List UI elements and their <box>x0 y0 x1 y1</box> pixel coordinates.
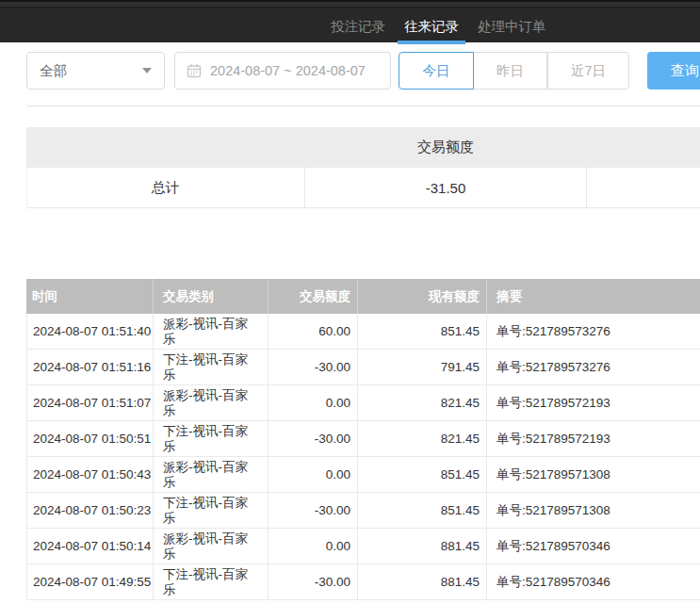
summary-total-row: 总计 -31.50 <box>26 168 700 208</box>
column-header-time: 时间 <box>26 279 154 314</box>
search-button[interactable]: 查询 <box>647 52 700 90</box>
table-body: 2024-08-07 01:51:40派彩-视讯-百家乐60.00851.45单… <box>26 314 700 600</box>
cell-summary: 单号:521789570346 <box>487 529 700 563</box>
summary-header-empty <box>26 127 304 168</box>
cell-time: 2024-08-07 01:51:07 <box>26 385 154 420</box>
cell-summary: 单号:521789572193 <box>487 385 700 420</box>
cell-time: 2024-08-07 01:50:14 <box>26 529 154 563</box>
nav-top-strip <box>0 2 700 8</box>
quick-filter-last7days[interactable]: 近7日 <box>547 52 629 90</box>
table-row: 2024-08-07 01:50:23下注-视讯-百家乐-30.00851.45… <box>26 493 700 529</box>
cell-balance: 851.45 <box>358 314 487 349</box>
table-row: 2024-08-07 01:50:14派彩-视讯-百家乐0.00881.45单号… <box>26 529 700 564</box>
summary-total-amount: -31.50 <box>305 168 588 207</box>
cell-type: 派彩-视讯-百家乐 <box>154 529 269 563</box>
cell-type: 派彩-视讯-百家乐 <box>154 457 269 492</box>
table-row: 2024-08-07 01:50:43派彩-视讯-百家乐0.00851.45单号… <box>26 457 700 493</box>
cell-time: 2024-08-07 01:50:43 <box>26 457 154 492</box>
cell-type: 下注-视讯-百家乐 <box>154 350 269 384</box>
cell-type: 下注-视讯-百家乐 <box>154 564 269 599</box>
transaction-type-select[interactable]: 全部 <box>26 52 165 90</box>
summary-header-extra <box>587 127 700 168</box>
summary-table: 交易额度 总计 -31.50 <box>26 127 700 208</box>
column-header-balance: 现有额度 <box>358 279 487 314</box>
tab-processing-orders[interactable]: 处理中订单 <box>471 9 553 44</box>
tab-betting-records[interactable]: 投注记录 <box>324 9 392 44</box>
transaction-type-value: 全部 <box>40 62 67 80</box>
table-row: 2024-08-07 01:50:51下注-视讯-百家乐-30.00821.45… <box>26 421 700 457</box>
nav-tabs: 投注记录往来记录处理中订单 <box>324 9 559 44</box>
date-range-value: 2024-08-07 ~ 2024-08-07 <box>210 63 366 78</box>
top-nav-bar: 投注记录往来记录处理中订单 <box>0 0 700 42</box>
cell-amount: -30.00 <box>269 350 358 384</box>
cell-summary: 单号:521789573276 <box>487 314 700 349</box>
cell-amount: 0.00 <box>269 529 358 563</box>
table-row: 2024-08-07 01:51:16下注-视讯-百家乐-30.00791.45… <box>26 350 700 385</box>
cell-type: 下注-视讯-百家乐 <box>154 493 269 528</box>
cell-amount: 60.00 <box>269 314 358 349</box>
cell-amount: -30.00 <box>269 421 358 456</box>
table-row: 2024-08-07 01:49:55下注-视讯-百家乐-30.00881.45… <box>26 564 700 600</box>
column-header-summary: 摘要 <box>487 279 700 314</box>
cell-summary: 单号:521789573276 <box>487 350 700 384</box>
quick-filter-group: 今日昨日近7日 <box>399 52 629 90</box>
cell-balance: 821.45 <box>358 385 487 420</box>
cell-time: 2024-08-07 01:51:16 <box>26 350 154 384</box>
cell-time: 2024-08-07 01:50:51 <box>26 421 154 456</box>
cell-summary: 单号:521789571308 <box>487 457 700 492</box>
cell-type: 派彩-视讯-百家乐 <box>154 385 269 420</box>
table-row: 2024-08-07 01:51:07派彩-视讯-百家乐0.00821.45单号… <box>26 385 700 421</box>
cell-amount: 0.00 <box>269 385 358 420</box>
summary-total-extra <box>587 168 700 207</box>
table-row: 2024-08-07 01:51:40派彩-视讯-百家乐60.00851.45单… <box>26 314 700 350</box>
cell-time: 2024-08-07 01:51:40 <box>26 314 154 349</box>
cell-summary: 单号:521789570346 <box>487 564 700 599</box>
tab-transaction-records[interactable]: 往来记录 <box>398 9 465 44</box>
caret-down-icon <box>142 68 152 73</box>
cell-summary: 单号:521789571308 <box>487 493 700 528</box>
section-divider <box>26 106 700 106</box>
summary-header-row: 交易额度 <box>26 127 700 168</box>
column-header-amount: 交易额度 <box>269 279 358 314</box>
quick-filter-yesterday[interactable]: 昨日 <box>474 52 547 90</box>
cell-time: 2024-08-07 01:49:55 <box>26 564 154 599</box>
date-range-input[interactable]: 2024-08-07 ~ 2024-08-07 <box>174 52 391 90</box>
cell-amount: -30.00 <box>269 564 358 599</box>
transactions-table: 时间交易类别交易额度现有额度摘要 2024-08-07 01:51:40派彩-视… <box>26 279 700 600</box>
summary-total-label: 总计 <box>27 168 305 207</box>
cell-balance: 851.45 <box>358 493 487 528</box>
cell-balance: 821.45 <box>358 421 487 456</box>
column-header-type: 交易类别 <box>154 279 269 314</box>
cell-balance: 791.45 <box>358 350 487 384</box>
cell-type: 派彩-视讯-百家乐 <box>154 314 269 349</box>
cell-balance: 851.45 <box>358 457 487 492</box>
table-header-row: 时间交易类别交易额度现有额度摘要 <box>26 279 700 314</box>
filter-bar: 全部 2024-08-07 ~ 2024-08-07 今日昨日近7日 查询 <box>26 52 700 90</box>
calendar-icon <box>187 63 202 78</box>
cell-type: 下注-视讯-百家乐 <box>154 421 269 456</box>
cell-amount: 0.00 <box>269 457 358 492</box>
cell-summary: 单号:521789572193 <box>487 421 700 456</box>
cell-balance: 881.45 <box>358 529 487 563</box>
summary-header-amount: 交易额度 <box>304 127 587 168</box>
cell-balance: 881.45 <box>358 564 487 599</box>
quick-filter-today[interactable]: 今日 <box>399 52 474 90</box>
cell-time: 2024-08-07 01:50:23 <box>26 493 154 528</box>
cell-amount: -30.00 <box>269 493 358 528</box>
